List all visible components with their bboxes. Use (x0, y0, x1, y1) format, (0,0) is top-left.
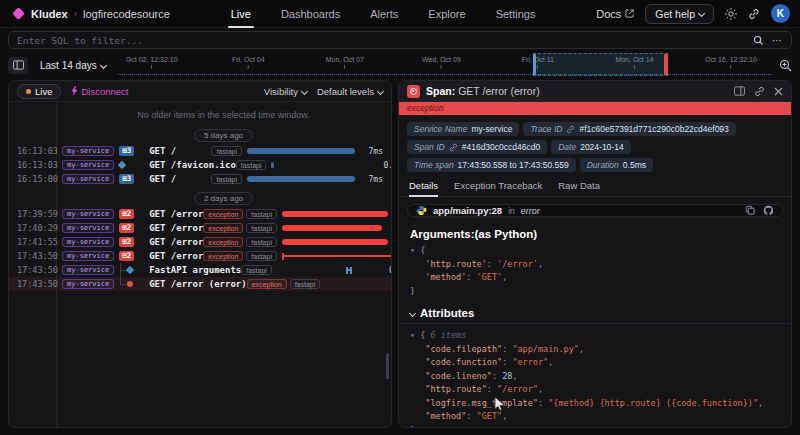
tab-details[interactable]: Details (409, 180, 438, 196)
code-location-bar[interactable]: app/main.py:28 in error (407, 204, 783, 217)
row-label: GET /favicon.ico (149, 160, 236, 170)
span-diamond-icon (118, 161, 126, 169)
time-ago-pill: 5 days ago (194, 129, 253, 142)
panel-right-icon (734, 86, 745, 96)
tick-label: Oct 02, 12:32:10 (126, 56, 178, 63)
row-label: GET /error (149, 251, 203, 261)
fastapi-tag: fastapi (211, 174, 242, 184)
copy-id-button[interactable] (449, 143, 458, 152)
tab-exception-traceback[interactable]: Exception Traceback (454, 180, 542, 196)
breadcrumb-org[interactable]: Kludex (31, 8, 68, 20)
trace-row[interactable]: 17:39:59my-service⊞2GET /errorexceptionf… (9, 207, 391, 221)
meta-badge-label: Trace ID (530, 124, 562, 134)
row-timestamp: 17:43:50 (9, 251, 56, 261)
default-levels-dropdown[interactable]: Default levels (317, 86, 383, 97)
duration-track (247, 144, 359, 158)
tab-explore[interactable]: Explore (413, 0, 480, 28)
time-divider: 2 days ago (9, 186, 391, 207)
row-duration: 7ms (359, 175, 391, 184)
trace-row[interactable]: 16:13:03my-serviceGET /favicon.icofastap… (9, 158, 391, 172)
meta-badge-value: 0.5ms (623, 160, 646, 170)
span-count-badge[interactable]: ⊟2 (119, 251, 134, 261)
trace-row[interactable]: 17:41:55my-service⊞2GET /errorexceptionf… (9, 235, 391, 249)
row-tags: exceptionfastapi (203, 209, 277, 219)
link-icon (748, 8, 760, 20)
exception-tag: exception (203, 237, 243, 247)
span-count-badge[interactable]: ⊞3 (119, 174, 134, 184)
timeline-selection[interactable] (533, 53, 669, 76)
main-nav: LiveDashboardsAlertsExploreSettings (216, 0, 551, 28)
time-divider: 5 days ago (9, 123, 391, 144)
attributes-heading-row[interactable]: Attributes (399, 307, 791, 324)
code-in-word: in (508, 206, 515, 216)
code-file-path: app/main.py:28 (433, 205, 502, 216)
logfire-logo-icon[interactable] (12, 7, 25, 20)
sql-filter-input[interactable] (17, 35, 745, 46)
row-marker: ⊞2 (114, 221, 144, 235)
open-in-github-button[interactable] (763, 205, 774, 216)
trace-list: No older items in the selected time wind… (9, 102, 391, 427)
service-pill: my-service (62, 209, 114, 219)
filter-more-icon[interactable]: ⋯ (772, 35, 783, 46)
visibility-dropdown[interactable]: Visibility (264, 86, 307, 97)
time-range-selector[interactable]: Last 14 days (36, 60, 110, 71)
duration-track (277, 263, 389, 277)
selection-end-handle[interactable] (664, 54, 668, 75)
span-count-badge[interactable]: ⊞2 (119, 237, 134, 247)
trace-row[interactable]: 17:43:50my-serviceFastAPI argumentsfasta… (9, 263, 391, 277)
duration-span-line (282, 255, 392, 257)
chevron-down-icon (698, 10, 705, 17)
search-icon[interactable] (753, 35, 764, 46)
exception-tag: exception (203, 251, 243, 261)
dock-panel-button[interactable] (734, 86, 745, 96)
close-panel-button[interactable] (774, 87, 783, 96)
span-count-badge[interactable]: ⊞2 (119, 209, 134, 219)
tab-live[interactable]: Live (216, 0, 266, 28)
span-panel-header: Span:GET /error (error) (399, 81, 791, 102)
zoom-in-button[interactable] (779, 59, 792, 72)
copy-link-button[interactable] (754, 86, 765, 97)
row-duration: 0.7ms (383, 161, 392, 170)
attributes-section: ▾ { 6 items "code.filepath": "app/main.p… (399, 324, 791, 428)
tab-raw-data[interactable]: Raw Data (558, 180, 600, 196)
theme-toggle-button[interactable] (725, 8, 737, 20)
trace-row[interactable]: 16:15:00my-service⊞3GET /fastapi7ms (9, 172, 391, 186)
exception-tag: exception (247, 279, 287, 289)
disconnect-button[interactable]: Disconnect (71, 86, 128, 97)
docs-link[interactable]: Docs (596, 8, 634, 20)
selection-start-handle[interactable] (533, 54, 536, 75)
scrollbar-thumb[interactable] (386, 353, 389, 379)
span-count-badge[interactable]: ⊞3 (119, 146, 134, 156)
chevron-down-icon (100, 61, 107, 68)
service-pill: my-service (62, 160, 114, 170)
row-marker (114, 263, 144, 277)
time-range-label: Last 14 days (40, 60, 97, 71)
timeline-track[interactable]: Oct 02, 12:32:10Fri, Oct 04Mon, Oct 07We… (118, 52, 771, 78)
copy-button[interactable] (745, 205, 755, 216)
row-marker: ⊞3 (114, 172, 144, 186)
trace-row[interactable]: 17:40:29my-service⊞2GET /errorexceptionf… (9, 221, 391, 235)
breadcrumb-project[interactable]: logfirecodesource (83, 8, 170, 20)
get-help-button[interactable]: Get help (645, 4, 714, 24)
span-count-badge[interactable]: ⊞2 (119, 223, 134, 233)
share-link-button[interactable] (748, 8, 760, 20)
link-icon (566, 125, 575, 134)
meta-badge-value: my-service (471, 124, 512, 134)
tab-alerts[interactable]: Alerts (355, 0, 413, 28)
trace-row[interactable]: 17:43:50my-service⊟2GET /errorexceptionf… (9, 249, 391, 263)
trace-row[interactable]: 16:13:03my-service⊞3GET /fastapi7ms (9, 144, 391, 158)
meta-badge: Trace ID#f1c60e57391d771c290c0b22cd4ef09… (523, 122, 735, 136)
toggle-sidebar-button[interactable] (8, 57, 28, 74)
tab-settings[interactable]: Settings (481, 0, 551, 28)
live-button[interactable]: Live (17, 84, 61, 99)
trace-row[interactable]: 17:43:50my-serviceGET /error (error)exce… (9, 277, 391, 291)
external-link-icon (625, 9, 634, 18)
row-marker: ⊟2 (114, 249, 144, 263)
tab-dashboards[interactable]: Dashboards (266, 0, 355, 28)
disconnect-label: Disconnect (81, 86, 128, 97)
span-line-cap (350, 267, 352, 274)
copy-id-button[interactable] (566, 125, 575, 134)
user-avatar[interactable]: K (771, 4, 790, 23)
visibility-label: Visibility (264, 86, 298, 97)
fastapi-tag: fastapi (211, 146, 242, 156)
